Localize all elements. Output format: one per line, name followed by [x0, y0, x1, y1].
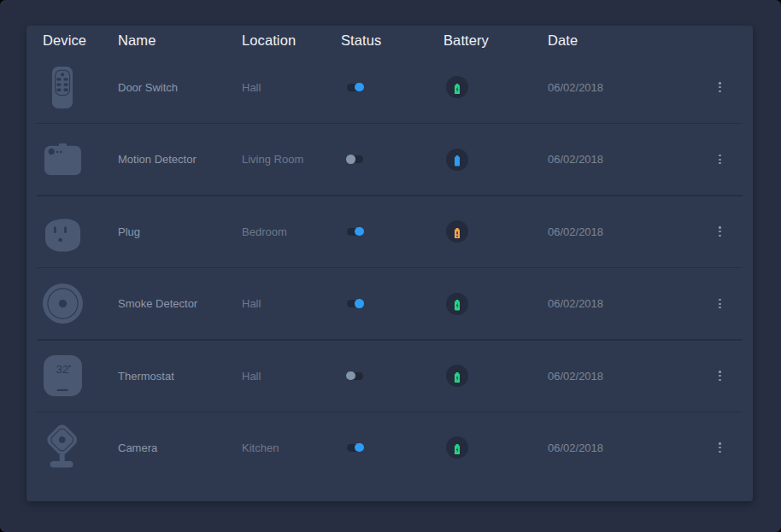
svg-text:32: 32 — [56, 363, 68, 376]
